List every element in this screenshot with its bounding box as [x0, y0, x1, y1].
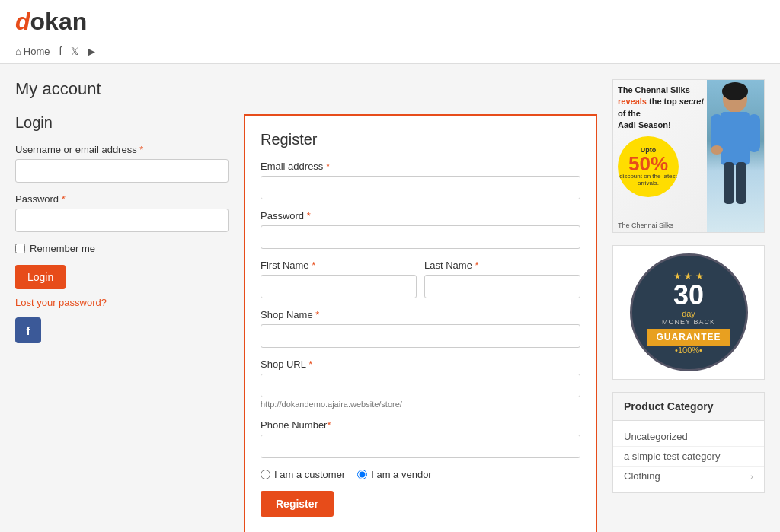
facebook-icon: f — [27, 324, 30, 337]
ad-brand-text: The Chennai Silks — [618, 221, 673, 229]
ad-text-area: The Chennai Silks reveals the top secret… — [618, 84, 707, 197]
first-name-input[interactable] — [261, 275, 417, 298]
nav-facebook-link[interactable]: f — [59, 45, 62, 57]
vendor-label: I am a vendor — [371, 469, 432, 480]
login-section: Login Username or email address * Passwo… — [15, 114, 229, 532]
category-list: Uncategorized a simple test category Clo… — [613, 421, 764, 492]
ad-banner-inner: The Chennai Silks reveals the top secret… — [613, 80, 764, 232]
email-required: * — [326, 161, 330, 172]
logo-d: d — [15, 8, 30, 35]
required-star: * — [139, 144, 143, 155]
category-test-link[interactable]: a simple test category — [624, 451, 720, 462]
content-area: My account Login Username or email addre… — [15, 79, 597, 532]
home-icon — [15, 46, 21, 57]
nav-twitter-link[interactable]: 𝕏 — [71, 46, 78, 57]
svg-rect-6 — [724, 162, 734, 204]
category-uncategorized-link[interactable]: Uncategorized — [624, 431, 688, 442]
email-group: Email address * — [261, 161, 580, 199]
facebook-nav-icon: f — [59, 45, 62, 57]
site-nav: Home f 𝕏 ▶ — [15, 39, 765, 63]
customer-label: I am a customer — [274, 469, 345, 480]
person-silhouette — [707, 80, 764, 232]
phone-required: * — [327, 419, 331, 431]
reg-password-label: Password * — [261, 210, 580, 221]
username-input[interactable] — [15, 159, 229, 183]
form-columns: Login Username or email address * Passwo… — [15, 114, 597, 532]
ad-person-area — [707, 80, 764, 232]
last-name-label: Last Name * — [424, 260, 580, 271]
ad-percent: 50% — [628, 154, 668, 174]
widget-title: Product Category — [613, 393, 764, 421]
last-name-input[interactable] — [424, 275, 580, 298]
shop-url-group: Shop URL * http://dokandemo.ajaira.websi… — [261, 358, 580, 409]
guarantee-percent: •100%• — [675, 346, 702, 355]
email-input[interactable] — [261, 176, 580, 199]
list-item: Uncategorized — [613, 427, 764, 447]
first-name-label: First Name * — [261, 260, 417, 271]
register-button[interactable]: Register — [261, 491, 334, 517]
ad-discount-circle: Upto 50% discount on the latest arrivals… — [618, 136, 679, 197]
category-clothing-link[interactable]: Clothing — [624, 470, 660, 482]
shop-name-label: Shop Name * — [261, 309, 580, 320]
username-label: Username or email address * — [15, 144, 229, 155]
guarantee-money-back: Money Back — [662, 318, 715, 326]
login-title: Login — [15, 114, 229, 132]
site-header: dokan Home f 𝕏 ▶ — [0, 0, 780, 64]
fn-required: * — [312, 260, 315, 271]
product-category-widget: Product Category Uncategorized a simple … — [612, 392, 765, 493]
name-fields: First Name * Last Name * — [261, 260, 580, 309]
last-name-group: Last Name * — [424, 260, 580, 298]
remember-checkbox[interactable] — [15, 244, 25, 253]
guarantee-container: ★ ★ ★ 30 day Money Back GUARANTEE •100%• — [630, 253, 748, 371]
register-section: Register Email address * Password * — [244, 114, 597, 532]
svg-rect-4 — [748, 114, 760, 152]
site-logo[interactable]: dokan — [15, 8, 87, 36]
shop-url-label: Shop URL * — [261, 358, 580, 370]
remember-label: Remember me — [30, 243, 95, 254]
arrow-icon: › — [750, 472, 753, 481]
page-title: My account — [15, 79, 597, 99]
customer-option[interactable]: I am a customer — [261, 469, 345, 480]
sn-required: * — [315, 309, 319, 320]
youtube-nav-icon: ▶ — [88, 46, 95, 57]
register-title: Register — [261, 131, 580, 148]
nav-youtube-link[interactable]: ▶ — [88, 46, 95, 57]
guarantee-widget: ★ ★ ★ 30 day Money Back GUARANTEE •100%• — [612, 245, 765, 380]
sidebar: The Chennai Silks reveals the top secret… — [612, 79, 765, 532]
reg-password-input[interactable] — [261, 225, 580, 249]
first-name-group: First Name * — [261, 260, 417, 298]
guarantee-days: 30 — [673, 282, 704, 309]
role-radio-group: I am a customer I am a vendor — [261, 469, 580, 480]
required-star-2: * — [62, 193, 66, 205]
login-password-input[interactable] — [15, 209, 229, 232]
shop-name-group: Shop Name * — [261, 309, 580, 348]
reg-password-group: Password * — [261, 210, 580, 249]
ad-banner: The Chennai Silks reveals the top secret… — [612, 79, 765, 233]
login-password-label: Password * — [15, 193, 229, 205]
nav-home-link[interactable]: Home — [15, 46, 50, 57]
url-required: * — [308, 358, 312, 370]
logo-rest: okan — [30, 8, 88, 35]
login-button[interactable]: Login — [15, 265, 66, 289]
svg-point-1 — [722, 82, 748, 100]
guarantee-circle: ★ ★ ★ 30 day Money Back GUARANTEE •100%• — [630, 253, 748, 371]
vendor-radio[interactable] — [357, 470, 367, 479]
list-item: a simple test category — [613, 447, 764, 467]
guarantee-day-text: day — [682, 309, 695, 318]
shop-url-hint: http://dokandemo.ajaira.website/store/ — [261, 400, 580, 409]
lost-password-link[interactable]: Lost your password? — [15, 297, 229, 308]
customer-radio[interactable] — [261, 470, 270, 479]
shop-name-input[interactable] — [261, 324, 580, 348]
shop-url-input[interactable] — [261, 374, 580, 397]
vendor-option[interactable]: I am a vendor — [357, 469, 432, 480]
svg-point-5 — [711, 145, 723, 155]
twitter-nav-icon: 𝕏 — [71, 46, 78, 57]
facebook-login-button[interactable]: f — [15, 317, 41, 343]
ln-required: * — [475, 260, 479, 271]
ad-headline: The Chennai Silks reveals the top secret… — [618, 84, 707, 132]
list-item: Clothing › — [613, 467, 764, 486]
email-label: Email address * — [261, 161, 580, 172]
phone-input[interactable] — [261, 435, 580, 458]
guarantee-banner: GUARANTEE — [647, 329, 730, 346]
ad-discount-text: discount on the latest arrivals. — [618, 174, 679, 187]
